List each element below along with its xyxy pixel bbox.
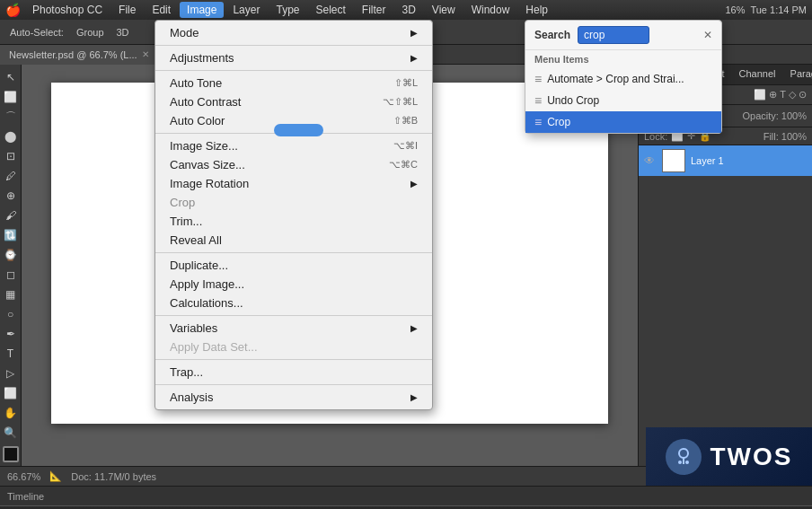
menu-help[interactable]: Help [518,2,555,18]
menu-item-mode[interactable]: Mode ▶ [155,23,432,42]
path-select-tool[interactable]: ▷ [2,364,20,382]
tab-paragraph[interactable]: Paragra [783,65,812,84]
auto-color-label: Auto Color [170,114,225,127]
image-size-shortcut: ⌥⌘I [393,140,418,152]
move-tool[interactable]: ↖ [2,68,20,86]
menu-section-analysis: Analysis ▶ [155,385,432,409]
gradient-tool[interactable]: ▦ [2,285,20,303]
menu-item-crop[interactable]: Crop [155,193,432,212]
menu-bar-right: 16% Tue 1:14 PM [725,4,807,15]
layer-adjust-icon[interactable]: ⊕ [769,89,777,101]
menu-section-transform: Image Size... ⌥⌘I Canvas Size... ⌥⌘C Ima… [155,134,432,253]
canvas-size-shortcut: ⌥⌘C [389,159,418,171]
lasso-tool[interactable]: ⌒ [2,108,20,126]
variables-label: Variables [170,321,217,335]
menu-image[interactable]: Image [180,2,224,18]
history-tool[interactable]: ⌚ [2,246,20,264]
help-result-undo-crop[interactable]: ≡ Undo Crop [525,90,721,111]
layer-pixel-icon[interactable]: ⬜ [754,89,766,101]
menu-section-mode: Mode ▶ [155,21,432,46]
pen-tool[interactable]: ✒ [2,325,20,343]
menu-section-trap: Trap... [155,360,432,385]
auto-contrast-label: Auto Contrast [170,95,242,109]
quick-select-tool[interactable]: ⬤ [2,127,20,145]
brush-tool[interactable]: 🖌 [2,206,20,224]
menu-file[interactable]: File [111,2,143,18]
help-search-input[interactable] [578,26,649,44]
apply-data-label: Apply Data Set... [170,340,258,354]
foreground-color[interactable] [3,446,19,462]
image-dropdown-menu[interactable]: Mode ▶ Adjustments ▶ Auto Tone ⇧⌘L Auto … [154,20,433,410]
menu-item-auto-color[interactable]: Auto Color ⇧⌘B [155,111,432,130]
menu-window[interactable]: Window [464,2,517,18]
menu-item-image-rotation[interactable]: Image Rotation ▶ [155,174,432,193]
hand-tool[interactable]: ✋ [2,404,20,422]
menu-select[interactable]: Select [308,2,352,18]
menu-item-trap[interactable]: Trap... [155,363,432,382]
help-search-popup[interactable]: Search ✕ Menu Items ≡ Automate > Crop an… [525,20,722,134]
help-result-icon-1: ≡ [534,72,542,86]
tab-channels[interactable]: Channel [732,65,783,84]
shape-tool[interactable]: ⬜ [2,384,20,402]
battery-indicator: 16% [725,4,745,15]
menu-layer[interactable]: Layer [225,2,267,18]
menu-item-variables[interactable]: Variables ▶ [155,319,432,338]
3d-button[interactable]: 3D [112,25,134,39]
menu-section-duplicate: Duplicate... Apply Image... Calculations… [155,253,432,316]
layer-shape-icon[interactable]: ◇ [789,89,796,101]
zoom-tool[interactable]: 🔍 [2,424,20,442]
menu-item-trim[interactable]: Trim... [155,212,432,231]
clone-tool[interactable]: 🔃 [2,226,20,244]
eyedropper-tool[interactable]: 🖊 [2,167,20,185]
dodge-tool[interactable]: ○ [2,305,20,323]
menu-item-calculations[interactable]: Calculations... [155,294,432,312]
selection-tool[interactable]: ⬜ [2,88,20,106]
help-popup-close[interactable]: ✕ [703,29,712,41]
variables-arrow: ▶ [410,323,418,333]
menu-section-variables: Variables ▶ Apply Data Set... [155,316,432,360]
clock: Tue 1:14 PM [750,4,807,15]
crop-tool[interactable]: ⊡ [2,147,20,165]
layer-type-icon[interactable]: T [780,89,786,101]
dock: 🔍 🚀 🧭 📅 🎵 ⚙️ 📹 🌐 Ps 🖼 📝 🗑 [0,505,812,509]
tab-close-newsletter[interactable]: ✕ [142,49,149,59]
help-result-crop[interactable]: ≡ Crop [525,111,721,133]
trim-label: Trim... [170,215,202,228]
healing-tool[interactable]: ⊕ [2,187,20,205]
auto-tone-shortcut: ⇧⌘L [394,77,418,89]
menu-edit[interactable]: Edit [145,2,178,18]
calculations-label: Calculations... [170,296,243,310]
text-tool[interactable]: T [2,345,20,363]
layer-row-1[interactable]: 👁 Layer 1 [639,145,812,176]
menu-item-apply-data: Apply Data Set... [155,338,432,356]
group-dropdown[interactable]: Group [72,25,109,39]
menu-photoshop[interactable]: Photoshop CC [25,2,110,18]
menu-item-auto-tone[interactable]: Auto Tone ⇧⌘L [155,74,432,92]
apply-image-label: Apply Image... [170,277,244,291]
menu-item-adjustments[interactable]: Adjustments ▶ [155,48,432,67]
layer-smart-icon[interactable]: ⊙ [799,89,807,101]
auto-tone-label: Auto Tone [170,76,222,90]
tab-newsletter[interactable]: Newsletter.psd @ 66.7% (L... ✕ [0,45,159,65]
menu-item-apply-image[interactable]: Apply Image... [155,275,432,294]
help-result-label-3: Crop [547,116,570,128]
opacity-label: Opacity: 100% [742,110,807,121]
menu-item-auto-contrast[interactable]: Auto Contrast ⌥⇧⌘L [155,92,432,111]
eraser-tool[interactable]: ◻ [2,266,20,284]
apple-menu[interactable]: 🍎 [5,3,20,17]
menu-item-canvas-size[interactable]: Canvas Size... ⌥⌘C [155,155,432,174]
menu-type[interactable]: Type [269,2,306,18]
menu-section-adjustments: Adjustments ▶ [155,46,432,71]
menu-view[interactable]: View [425,2,463,18]
menu-item-reveal-all[interactable]: Reveal All [155,231,432,250]
tab-newsletter-label: Newsletter.psd @ 66.7% (L... [9,49,137,60]
menu-item-image-size[interactable]: Image Size... ⌥⌘I [155,136,432,155]
menu-item-duplicate[interactable]: Duplicate... [155,256,432,275]
menu-3d[interactable]: 3D [395,2,423,18]
analysis-label: Analysis [170,391,213,404]
adjustments-arrow: ▶ [410,53,418,63]
menu-filter[interactable]: Filter [355,2,393,18]
help-result-automate[interactable]: ≡ Automate > Crop and Strai... [525,68,721,90]
menu-item-analysis[interactable]: Analysis ▶ [155,388,432,407]
layer-visibility-eye[interactable]: 👁 [644,154,655,167]
